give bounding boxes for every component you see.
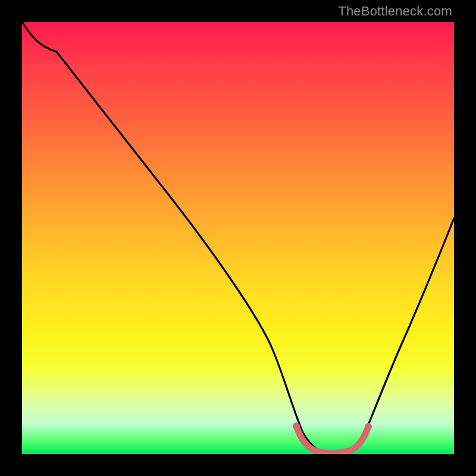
marker-end-dot	[365, 423, 372, 430]
watermark-text: TheBottleneck.com	[338, 4, 452, 19]
chart-frame: TheBottleneck.com	[0, 0, 476, 476]
bottleneck-curve	[22, 22, 454, 453]
plot-area	[22, 22, 454, 454]
marker-start-dot	[293, 422, 300, 430]
curve-layer	[22, 22, 454, 454]
